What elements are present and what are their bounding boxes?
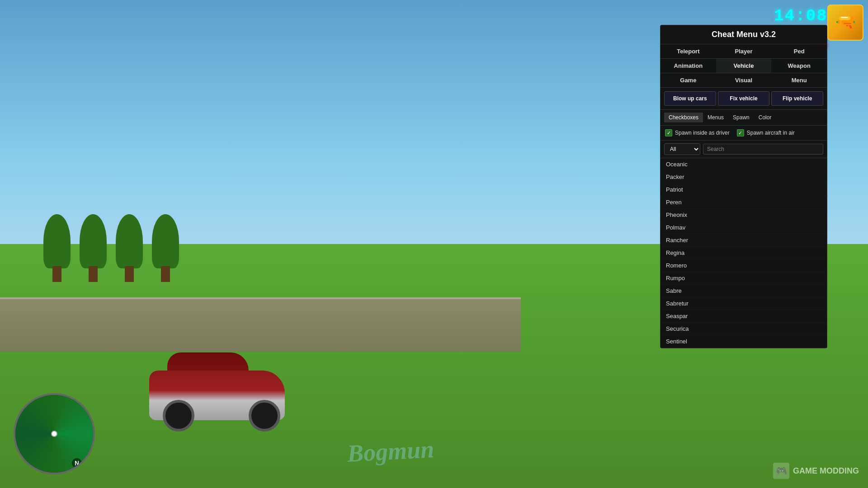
spawn-inside-label: Spawn inside as driver <box>675 130 730 136</box>
tab-menus[interactable]: Menus <box>703 113 728 122</box>
watermark-icon: 🎮 <box>773 463 789 479</box>
vehicle-item-patriot[interactable]: Patriot <box>660 183 827 196</box>
game-car <box>149 343 294 434</box>
nav-row-3: Game Visual Menu <box>660 73 827 88</box>
filter-row: All Cars Bikes Boats Helicopters Planes <box>660 141 827 158</box>
minimap-inner: N <box>15 395 93 473</box>
watermark-text: GAME MODDING <box>793 466 859 476</box>
watermark: 🎮 GAME MODDING <box>773 463 859 479</box>
checkbox-row: ✓ Spawn inside as driver ✓ Spawn aircraf… <box>660 126 827 141</box>
blow-up-cars-button[interactable]: Blow up cars <box>664 91 716 106</box>
vehicle-item-peren[interactable]: Peren <box>660 196 827 209</box>
action-buttons: Blow up cars Fix vehicle Flip vehicle <box>660 88 827 110</box>
spawn-inside-checkbox[interactable]: ✓ <box>665 129 672 136</box>
minimap: N <box>14 393 95 474</box>
nav-menu[interactable]: Menu <box>771 73 827 87</box>
spawn-aircraft-checkbox-item: ✓ Spawn aircraft in air <box>737 129 795 136</box>
nav-weapon[interactable]: Weapon <box>771 59 827 73</box>
vehicle-item-sentinel[interactable]: Sentinel <box>660 335 827 348</box>
nav-row-2: Animation Vehicle Weapon <box>660 59 827 73</box>
vehicle-item-seaspar[interactable]: Seaspar <box>660 310 827 323</box>
category-select[interactable]: All Cars Bikes Boats Helicopters Planes <box>664 143 700 155</box>
tree-3 <box>116 214 143 268</box>
cheat-panel: Cheat Menu v3.2 Teleport Player Ped Anim… <box>660 25 827 348</box>
nav-animation[interactable]: Animation <box>660 59 716 73</box>
trees <box>43 214 179 268</box>
nav-ped[interactable]: Ped <box>771 44 827 58</box>
nav-visual[interactable]: Visual <box>716 73 772 87</box>
vehicle-item-pheonix[interactable]: Pheonix <box>660 209 827 221</box>
vehicle-list: OceanicPackerPatriotPerenPheonixPolmavRa… <box>660 158 827 348</box>
weapon-icon: 🔫 <box>827 5 863 41</box>
tab-checkboxes[interactable]: Checkboxes <box>664 113 703 122</box>
vehicle-item-packer[interactable]: Packer <box>660 171 827 183</box>
nav-vehicle[interactable]: Vehicle <box>716 59 772 73</box>
tab-color[interactable]: Color <box>754 113 776 122</box>
tree-1 <box>43 214 71 268</box>
nav-player[interactable]: Player <box>716 44 772 58</box>
minimap-compass: N <box>72 458 82 468</box>
vehicle-item-securica[interactable]: Securica <box>660 323 827 335</box>
vehicle-item-romero[interactable]: Romero <box>660 259 827 272</box>
vehicle-item-rumpo[interactable]: Rumpo <box>660 272 827 285</box>
vehicle-search-input[interactable] <box>703 144 823 155</box>
sub-tabs: Checkboxes Menus Spawn Color <box>660 110 827 126</box>
vehicle-item-sabre[interactable]: Sabre <box>660 285 827 297</box>
nav-game[interactable]: Game <box>660 73 716 87</box>
flip-vehicle-button[interactable]: Flip vehicle <box>771 91 823 106</box>
tree-2 <box>80 214 107 268</box>
spawn-aircraft-label: Spawn aircraft in air <box>747 130 795 136</box>
spawn-inside-checkbox-item: ✓ Spawn inside as driver <box>665 129 730 136</box>
nav-row-1: Teleport Player Ped <box>660 44 827 59</box>
hud-time: 14:08 <box>774 7 827 25</box>
nav-teleport[interactable]: Teleport <box>660 44 716 58</box>
tree-4 <box>152 214 179 268</box>
vehicle-item-regina[interactable]: Regina <box>660 247 827 259</box>
vehicle-item-sabretur[interactable]: Sabretur <box>660 297 827 310</box>
car-wheel-left <box>163 400 194 432</box>
tab-spawn[interactable]: Spawn <box>728 113 754 122</box>
vehicle-item-oceanic[interactable]: Oceanic <box>660 158 827 171</box>
fix-vehicle-button[interactable]: Fix vehicle <box>718 91 770 106</box>
spawn-aircraft-checkbox[interactable]: ✓ <box>737 129 744 136</box>
vehicle-item-rancher[interactable]: Rancher <box>660 234 827 247</box>
minimap-player-marker <box>51 431 57 437</box>
vehicle-item-polmav[interactable]: Polmav <box>660 221 827 234</box>
panel-title: Cheat Menu v3.2 <box>660 25 827 44</box>
car-wheel-right <box>249 400 280 432</box>
